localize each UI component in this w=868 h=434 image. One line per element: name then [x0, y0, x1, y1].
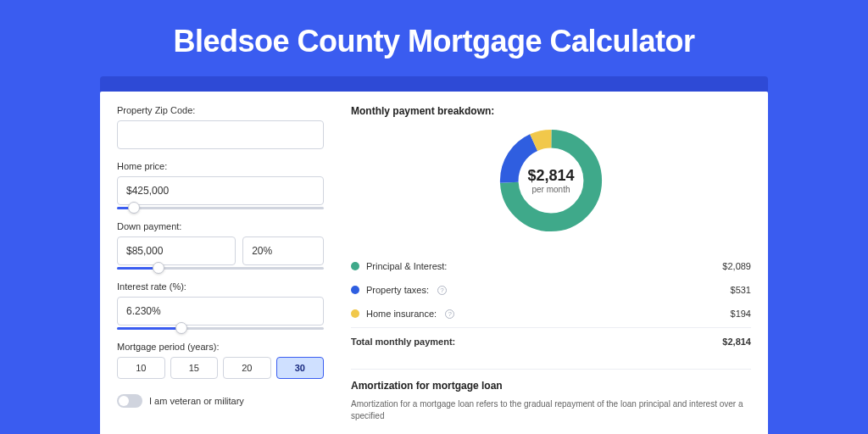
mortgage-period-label: Mortgage period (years): [117, 342, 324, 352]
period-option-15[interactable]: 15 [170, 357, 219, 379]
veteran-toggle[interactable] [117, 394, 142, 408]
legend-value-principal: $2,089 [722, 261, 751, 271]
interest-rate-slider[interactable] [117, 327, 324, 330]
home-price-slider[interactable] [117, 207, 324, 209]
down-payment-percent-input[interactable] [242, 236, 324, 265]
donut-sub: per month [527, 185, 574, 194]
legend-row-total: Total monthly payment: $2,814 [351, 327, 751, 353]
down-payment-field: Down payment: [117, 221, 324, 270]
down-payment-label: Down payment: [117, 221, 324, 231]
legend-label-taxes: Property taxes: [366, 285, 429, 295]
mortgage-period-field: Mortgage period (years): 10 15 20 30 [117, 342, 324, 379]
breakdown-panel: Monthly payment breakdown: $2,814 per mo… [337, 105, 768, 434]
toggle-knob [119, 396, 129, 406]
interest-rate-label: Interest rate (%): [117, 281, 324, 292]
calculator-card: Property Zip Code: Home price: Down paym… [100, 92, 768, 434]
home-price-slider-thumb[interactable] [128, 202, 140, 214]
period-option-10[interactable]: 10 [117, 357, 165, 379]
zip-input[interactable] [117, 120, 324, 149]
info-icon[interactable]: ? [437, 286, 447, 295]
legend-label-principal: Principal & Interest: [366, 261, 447, 271]
legend-value-insurance: $194 [731, 309, 751, 319]
interest-rate-input[interactable] [117, 297, 324, 326]
card-top-strip [100, 76, 768, 92]
legend-row-insurance: Home insurance: ? $194 [351, 302, 751, 326]
donut-center: $2,814 per month [527, 167, 574, 194]
donut-chart: $2,814 per month [351, 125, 751, 236]
amortization-text: Amortization for a mortgage loan refers … [351, 398, 751, 422]
legend-value-taxes: $531 [731, 285, 751, 295]
legend-label-total: Total monthly payment: [351, 337, 455, 347]
dot-icon [351, 286, 359, 294]
home-price-input[interactable] [117, 176, 324, 205]
interest-rate-slider-fill [117, 327, 181, 330]
dot-icon [351, 309, 359, 318]
down-payment-amount-input[interactable] [117, 236, 236, 265]
interest-rate-field: Interest rate (%): [117, 281, 324, 330]
breakdown-title: Monthly payment breakdown: [351, 105, 751, 117]
down-payment-slider[interactable] [117, 267, 324, 270]
page-title: Bledsoe County Mortgage Calculator [0, 0, 868, 76]
input-panel: Property Zip Code: Home price: Down paym… [100, 105, 337, 434]
legend-row-principal: Principal & Interest: $2,089 [351, 254, 751, 278]
interest-rate-slider-thumb[interactable] [175, 322, 187, 334]
zip-field: Property Zip Code: [117, 105, 324, 149]
period-option-30[interactable]: 30 [276, 357, 325, 379]
home-price-field: Home price: [117, 161, 324, 209]
legend-row-taxes: Property taxes: ? $531 [351, 278, 751, 302]
donut-amount: $2,814 [527, 167, 574, 185]
mortgage-period-options: 10 15 20 30 [117, 357, 324, 379]
dot-icon [351, 262, 359, 270]
down-payment-slider-thumb[interactable] [153, 262, 164, 274]
period-option-20[interactable]: 20 [223, 357, 271, 379]
veteran-toggle-row: I am veteran or military [117, 394, 324, 408]
info-icon[interactable]: ? [445, 309, 454, 319]
legend-label-insurance: Home insurance: [366, 309, 437, 319]
amortization-title: Amortization for mortgage loan [351, 369, 751, 392]
veteran-toggle-label: I am veteran or military [149, 396, 244, 406]
zip-label: Property Zip Code: [117, 105, 324, 115]
home-price-label: Home price: [117, 161, 324, 171]
legend-value-total: $2,814 [722, 337, 751, 347]
